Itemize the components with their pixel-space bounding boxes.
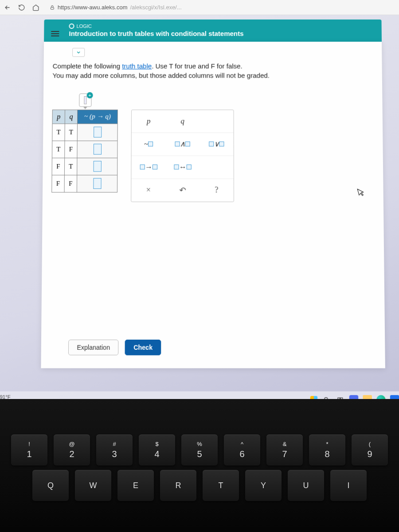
cell-q: F bbox=[65, 141, 78, 158]
key-6: ^6 bbox=[224, 434, 260, 466]
symbol-palette: p q ~ ∧ ∨ → ↔ bbox=[131, 110, 234, 202]
answer-cell[interactable] bbox=[77, 158, 117, 175]
explanation-button[interactable]: Explanation bbox=[68, 340, 119, 355]
key-8: *8 bbox=[309, 434, 345, 466]
table-row: T T bbox=[52, 124, 117, 141]
refresh-button[interactable] bbox=[18, 3, 26, 11]
instr-text: . Use T for true and F for false. bbox=[152, 62, 243, 70]
key-q: Q bbox=[32, 470, 69, 501]
menu-button[interactable] bbox=[51, 31, 59, 36]
svg-rect-0 bbox=[51, 7, 54, 9]
topic-header: LOGIC Introduction to truth tables with … bbox=[44, 20, 382, 42]
header-q: q bbox=[65, 110, 77, 124]
monitor-screen: https://www-awu.aleks.com/alekscgi/x/Isl… bbox=[0, 0, 399, 408]
key-9: (9 bbox=[352, 434, 388, 466]
cell-p: F bbox=[52, 175, 65, 192]
cell-p: F bbox=[52, 158, 65, 175]
palette-blank bbox=[200, 110, 234, 133]
key-i: I bbox=[330, 470, 367, 501]
palette-help[interactable]: ? bbox=[200, 179, 234, 201]
key-t: T bbox=[203, 470, 239, 501]
add-column-button[interactable]: + bbox=[79, 94, 91, 107]
palette-and[interactable]: ∧ bbox=[165, 133, 200, 156]
key-w: W bbox=[75, 470, 111, 501]
plus-icon: + bbox=[87, 92, 93, 98]
content-area: LOGIC Introduction to truth tables with … bbox=[0, 15, 399, 368]
header-p: p bbox=[52, 110, 65, 124]
palette-biconditional[interactable]: ↔ bbox=[165, 156, 200, 179]
table-row: F T bbox=[52, 158, 117, 175]
key-y: Y bbox=[245, 470, 282, 501]
check-button[interactable]: Check bbox=[125, 340, 161, 355]
table-row: T F bbox=[52, 141, 117, 158]
action-bar: Explanation Check bbox=[68, 340, 161, 355]
address-bar[interactable]: https://www-awu.aleks.com/alekscgi/x/Isl… bbox=[46, 4, 395, 11]
cell-q: T bbox=[64, 158, 77, 175]
physical-keyboard: !1 @2 #3 $4 %5 ^6 &7 *8 (9 bbox=[0, 399, 399, 532]
header-formula: ~ (p → q) bbox=[78, 110, 118, 124]
cell-p: T bbox=[52, 141, 65, 158]
palette-q[interactable]: q bbox=[165, 110, 200, 133]
lock-icon bbox=[50, 4, 55, 10]
palette-conditional[interactable]: → bbox=[131, 156, 165, 179]
palette-clear[interactable]: × bbox=[131, 179, 165, 201]
key-e: E bbox=[117, 470, 154, 501]
instr-text: Complete the following bbox=[53, 62, 122, 70]
key-3: #3 bbox=[96, 434, 133, 466]
truth-table: p q ~ (p → q) T T T F bbox=[51, 110, 118, 192]
key-5: %5 bbox=[181, 434, 218, 466]
key-2: @2 bbox=[54, 434, 90, 466]
instr-text: You may add more columns, but those adde… bbox=[52, 71, 270, 79]
home-button[interactable] bbox=[32, 3, 40, 11]
key-1: !1 bbox=[11, 434, 47, 466]
truth-table-link[interactable]: truth table bbox=[122, 62, 152, 70]
key-r: R bbox=[160, 470, 196, 501]
palette-p[interactable]: p bbox=[132, 110, 166, 133]
browser-toolbar: https://www-awu.aleks.com/alekscgi/x/Isl… bbox=[0, 0, 399, 15]
palette-undo[interactable]: ↶ bbox=[165, 179, 200, 201]
palette-or[interactable]: ∨ bbox=[200, 133, 234, 156]
answer-cell[interactable] bbox=[77, 124, 117, 141]
url-host: https://www-awu.aleks.com bbox=[58, 4, 128, 11]
back-button[interactable] bbox=[4, 3, 12, 11]
topic-title: Introduction to truth tables with condit… bbox=[69, 29, 243, 38]
instructions: Complete the following truth table. Use … bbox=[52, 61, 373, 80]
key-7: &7 bbox=[266, 434, 303, 466]
palette-not[interactable]: ~ bbox=[132, 133, 166, 156]
problem-panel: Complete the following truth table. Use … bbox=[41, 42, 385, 368]
step-dropdown[interactable] bbox=[72, 48, 85, 57]
cell-q: F bbox=[64, 175, 77, 192]
cell-p: T bbox=[52, 124, 65, 141]
answer-cell[interactable] bbox=[77, 175, 117, 192]
cell-q: T bbox=[65, 124, 78, 141]
topic-category: LOGIC bbox=[69, 23, 243, 29]
answer-cell[interactable] bbox=[77, 141, 117, 158]
key-4: $4 bbox=[139, 434, 175, 466]
url-path: /alekscgi/x/Isl.exe/... bbox=[130, 4, 181, 11]
keyboard-row-letters: Q W E R T Y U I bbox=[0, 470, 399, 501]
table-row: F F bbox=[52, 175, 117, 192]
palette-blank bbox=[200, 156, 234, 179]
key-u: U bbox=[288, 470, 324, 501]
